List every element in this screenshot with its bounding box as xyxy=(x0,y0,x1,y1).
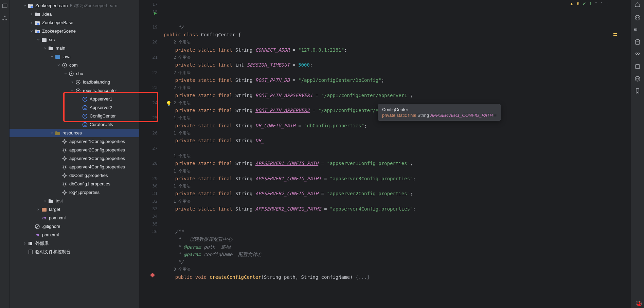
code-line[interactable]: */ xyxy=(164,258,630,266)
gutter-line[interactable] xyxy=(139,152,158,160)
tree-node-resources[interactable]: resources xyxy=(10,129,139,137)
tree-node-registrationcenter[interactable]: registrationcenter xyxy=(10,86,139,95)
gutter-line[interactable]: 17 xyxy=(139,1,158,8)
tree-node--[interactable]: 临时文件和控制台 xyxy=(10,248,139,256)
usages-inlay[interactable]: 1 个用法 xyxy=(164,167,630,175)
gutter-line[interactable]: 36 xyxy=(139,228,158,235)
inspection-status[interactable]: ▲6 ✔1 ˄ ˅ ⋮ xyxy=(570,1,610,6)
error-stripe[interactable] xyxy=(613,0,617,308)
gutter-line[interactable]: 30 xyxy=(139,182,158,190)
gutter-line[interactable]: 34 xyxy=(139,213,158,220)
tree-node-appserver2[interactable]: CAppserver2 xyxy=(10,103,139,112)
tree-node-appserver4config-properties[interactable]: appserver4Config.properties xyxy=(10,163,139,171)
usages-inlay[interactable]: 2 个用法 xyxy=(164,54,630,61)
chevron-right-icon[interactable] xyxy=(35,208,41,211)
gutter-line[interactable]: 32 xyxy=(139,198,158,205)
web-icon[interactable] xyxy=(634,75,641,82)
gutter-line[interactable]: 27 xyxy=(139,145,158,152)
project-tree[interactable]: ZookeeperLearnF:\学习\ZookeeperLearn.ideaZ… xyxy=(10,0,139,308)
maven-tool-icon[interactable]: m xyxy=(634,26,641,33)
chevron-right-icon[interactable] xyxy=(29,21,35,24)
chevron-right-icon[interactable] xyxy=(22,242,28,245)
tree-node-appserver3config-properties[interactable]: appserver3Config.properties xyxy=(10,154,139,163)
chevron-right-icon[interactable] xyxy=(29,13,35,16)
chevron-down-icon[interactable] xyxy=(69,89,75,92)
gutter-line[interactable] xyxy=(139,31,158,38)
code-line[interactable]: * @param path 路径 xyxy=(164,243,630,251)
gutter-line[interactable]: 29 xyxy=(139,175,158,182)
chevron-down-icon[interactable] xyxy=(35,38,41,41)
code-line[interactable]: * @param configName 配置文件名 xyxy=(164,251,630,258)
tree-node-test[interactable]: test xyxy=(10,197,139,205)
code-line[interactable]: private static final String DB_CONFIG_PA… xyxy=(164,122,630,129)
more-icon[interactable]: ⋮ xyxy=(606,1,610,6)
gutter-line[interactable]: 22 xyxy=(139,69,158,76)
usages-inlay[interactable]: 1 个用法 xyxy=(164,152,630,160)
tree-node-src[interactable]: src xyxy=(10,35,139,44)
tree-node--[interactable]: 外部库 xyxy=(10,239,139,248)
usages-inlay[interactable]: 1 个用法 xyxy=(164,198,630,205)
code-line[interactable]: private static final String APPSERVER2_C… xyxy=(164,190,630,197)
gutter-line[interactable] xyxy=(139,76,158,84)
database-icon[interactable] xyxy=(634,39,641,46)
code-line[interactable]: private static final String APPSERVER1_C… xyxy=(164,175,630,182)
ai-assistant-icon[interactable] xyxy=(634,14,641,21)
prev-highlight-icon[interactable]: ˄ xyxy=(595,1,597,6)
code-line[interactable]: public void createConfigCenter(String pa… xyxy=(164,273,630,281)
tree-node-zookeeperlearn[interactable]: ZookeeperLearnF:\学习\ZookeeperLearn xyxy=(10,1,139,10)
gutter-line[interactable]: 21 xyxy=(139,54,158,61)
tree-node-appserver1[interactable]: CAppserver1 xyxy=(10,95,139,103)
tree-node-dbconfig-properties[interactable]: dbConfig.properties xyxy=(10,171,139,180)
gutter-line[interactable] xyxy=(139,167,158,175)
gutter-line[interactable]: 20 xyxy=(139,38,158,46)
tree-node--gitignore[interactable]: .gitignore xyxy=(10,222,139,231)
code-line[interactable]: private static final int SESSION_TIMEOUT… xyxy=(164,61,630,69)
tree-node-log4j-properties[interactable]: log4j.properties xyxy=(10,188,139,197)
bookmarks-icon[interactable] xyxy=(634,88,641,94)
code-line[interactable]: private static final String ROOT_PATH_DB… xyxy=(164,76,630,84)
code-line[interactable] xyxy=(164,145,630,152)
warning-icon[interactable]: ▲ xyxy=(570,1,574,6)
code-line[interactable]: private static final String ROOT_PATH_AP… xyxy=(164,92,630,99)
warning-marker[interactable] xyxy=(613,35,617,36)
gutter-line[interactable] xyxy=(139,92,158,99)
tree-node-pom-xml[interactable]: mpom.xml xyxy=(10,231,139,239)
chevron-down-icon[interactable] xyxy=(62,72,69,75)
gutter-line[interactable]: 28 xyxy=(139,160,158,167)
usages-inlay[interactable]: 2 个用法 xyxy=(164,38,630,46)
gutter-line[interactable]: 23 xyxy=(139,84,158,91)
tree-node-configcenter[interactable]: CConfigCenter xyxy=(10,112,139,120)
chevron-down-icon[interactable] xyxy=(49,55,55,58)
code-line[interactable]: */ xyxy=(164,23,630,31)
gutter-line[interactable] xyxy=(139,137,158,144)
gutter-line[interactable] xyxy=(139,61,158,69)
usages-inlay[interactable]: 1 个用法 xyxy=(164,129,630,137)
gutter-line[interactable] xyxy=(139,122,158,129)
tree-node-zookeeperscene[interactable]: ZookeeperScene xyxy=(10,27,139,35)
code-line[interactable]: public class ConfigCenter { xyxy=(164,31,630,38)
ladybug-icon[interactable]: 🐞 xyxy=(635,300,643,307)
gutter-line[interactable]: 19 xyxy=(139,23,158,31)
tree-node-curatorutils[interactable]: CCuratorUtils xyxy=(10,120,139,129)
gutter-line[interactable]: 25 xyxy=(139,114,158,122)
tree-node-dbconfig1-properties[interactable]: dbConfig1.properties xyxy=(10,180,139,188)
code-line[interactable]: /** xyxy=(164,228,630,235)
structure-icon[interactable] xyxy=(2,15,8,21)
usages-inlay[interactable]: 2 个用法 xyxy=(164,84,630,91)
tree-node-java[interactable]: java xyxy=(10,52,139,61)
project-icon[interactable] xyxy=(2,3,8,9)
code-line[interactable]: * 创建数据库配置中心 xyxy=(164,235,630,243)
run-gutter-icon[interactable]: ▶ xyxy=(154,10,157,17)
tree-node-loadbalancing[interactable]: loadbalancing xyxy=(10,78,139,86)
chevron-down-icon[interactable] xyxy=(22,4,28,7)
tree-node-appserver2config-properties[interactable]: appserver2Config.properties xyxy=(10,146,139,154)
chevron-down-icon[interactable] xyxy=(49,131,55,135)
code-line[interactable]: private static final String APPSERVER2_C… xyxy=(164,205,630,213)
tree-node-zookeeperbase[interactable]: ZookeeperBase xyxy=(10,18,139,27)
code-editor[interactable]: 17▶181920212223💡242526272829303132333435… xyxy=(139,0,630,308)
usages-inlay[interactable]: 1 个用法 xyxy=(164,182,630,190)
next-highlight-icon[interactable]: ˅ xyxy=(601,1,603,6)
tree-node-main[interactable]: main xyxy=(10,44,139,52)
tree-node-appserver1config-properties[interactable]: appserver1Config.properties xyxy=(10,137,139,146)
usages-inlay[interactable]: 2 个用法 xyxy=(164,69,630,76)
